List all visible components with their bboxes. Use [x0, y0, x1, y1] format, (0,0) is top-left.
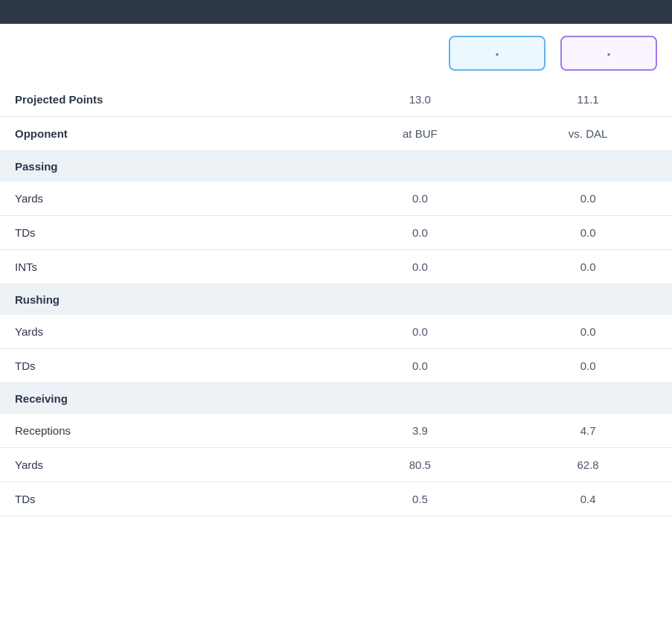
- stat-row: TDs0.50.4: [0, 482, 672, 517]
- player2-card[interactable]: •: [560, 36, 657, 71]
- stat-label: TDs: [0, 216, 336, 250]
- stat-row: Receptions3.94.7: [0, 414, 672, 448]
- player2-team: •: [580, 49, 638, 60]
- section-label: Rushing: [0, 284, 672, 316]
- page-header: [0, 0, 672, 24]
- stat-label: TDs: [0, 349, 336, 383]
- player2-value: 0.0: [504, 349, 672, 383]
- section-header-row: Rushing: [0, 284, 672, 316]
- stat-label: TDs: [0, 482, 336, 517]
- stat-label: Projected Points: [0, 83, 336, 117]
- player1-value: 0.0: [336, 315, 505, 349]
- section-header-row: Receiving: [0, 383, 672, 415]
- player1-value: 0.0: [336, 349, 505, 383]
- stat-label: Yards: [0, 448, 336, 482]
- player2-value: 0.0: [504, 315, 672, 349]
- player1-value: 0.5: [336, 482, 505, 517]
- player1-team: •: [468, 49, 526, 60]
- player1-value: 0.0: [336, 216, 505, 250]
- stat-row: Yards0.00.0: [0, 315, 672, 349]
- stat-row: TDs0.00.0: [0, 216, 672, 250]
- player1-value: 3.9: [336, 414, 505, 448]
- stat-label: Opponent: [0, 117, 336, 151]
- section-label: Receiving: [0, 383, 672, 415]
- stat-row: INTs0.00.0: [0, 250, 672, 284]
- stat-label: Receptions: [0, 414, 336, 448]
- player1-value: 0.0: [336, 182, 505, 216]
- stat-row: TDs0.00.0: [0, 349, 672, 383]
- stat-label: INTs: [0, 250, 336, 284]
- stat-row: Opponentat BUFvs. DAL: [0, 117, 672, 151]
- player2-value: 0.0: [504, 182, 672, 216]
- stat-label: Yards: [0, 182, 336, 216]
- stat-row: Projected Points13.011.1: [0, 83, 672, 117]
- player2-value: 62.8: [504, 448, 672, 482]
- section-label: Passing: [0, 151, 672, 182]
- player-comparison-row: • •: [0, 24, 672, 83]
- player2-value: vs. DAL: [504, 117, 672, 151]
- player1-value: at BUF: [336, 117, 505, 151]
- stat-label: Yards: [0, 315, 336, 349]
- player2-value: 11.1: [504, 83, 672, 117]
- player2-value: 0.4: [504, 482, 672, 517]
- player2-value: 0.0: [504, 216, 672, 250]
- breakdown-table: Projected Points13.011.1Opponentat BUFvs…: [0, 83, 672, 517]
- player1-value: 80.5: [336, 448, 505, 482]
- stat-row: Yards80.562.8: [0, 448, 672, 482]
- player1-value: 0.0: [336, 250, 505, 284]
- player2-value: 0.0: [504, 250, 672, 284]
- player1-value: 13.0: [336, 83, 505, 117]
- player1-card[interactable]: •: [449, 36, 545, 71]
- player2-value: 4.7: [504, 414, 672, 448]
- stat-row: Yards0.00.0: [0, 182, 672, 216]
- section-header-row: Passing: [0, 151, 672, 182]
